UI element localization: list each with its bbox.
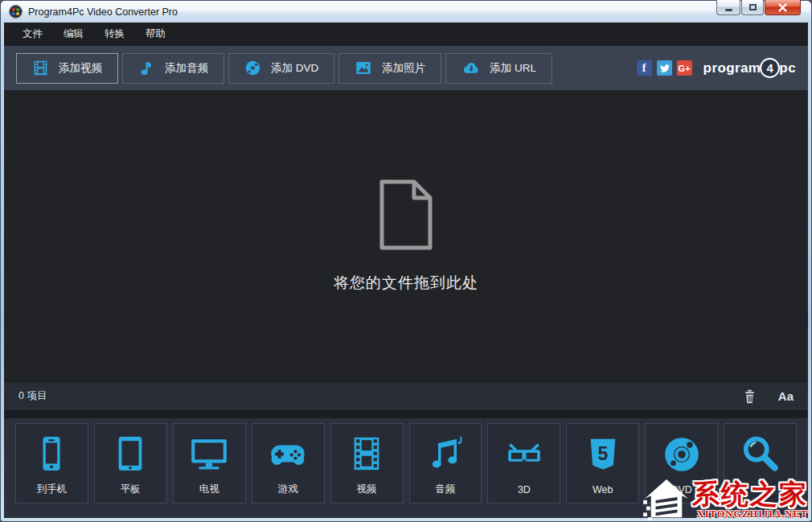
maximize-icon	[749, 4, 757, 10]
format-tile-web[interactable]: 5 Web	[566, 423, 639, 504]
twitter-bird-icon	[659, 63, 670, 73]
item-count: 0 项目	[18, 389, 47, 403]
font-size-icon: Aa	[778, 389, 794, 403]
add-photo-label: 添加照片	[382, 61, 425, 76]
logo-text-left: program	[703, 60, 761, 76]
format-label: 游戏	[278, 483, 298, 496]
music-icon	[426, 434, 465, 474]
format-label: 电视	[199, 483, 219, 496]
add-url-icon	[461, 60, 480, 76]
format-label: 到手机	[37, 483, 68, 496]
format-tile-video[interactable]: 视频	[330, 423, 404, 504]
titlebar: Program4Pc Video Converter Pro	[0, 0, 812, 23]
google-plus-icon[interactable]: G+	[677, 60, 692, 76]
twitter-icon[interactable]	[657, 60, 672, 76]
add-video-label: 添加视频	[59, 61, 102, 76]
menu-help[interactable]: 帮助	[135, 23, 176, 46]
output-format-bar: 到手机 平板	[4, 418, 808, 518]
format-tile-dvd[interactable]: DVD	[645, 423, 718, 504]
font-size-button[interactable]: Aa	[778, 389, 794, 403]
minimize-icon	[725, 9, 732, 11]
format-label: DVD	[671, 484, 692, 496]
logo-text-right: pc	[779, 60, 796, 76]
add-dvd-icon	[244, 60, 261, 76]
tablet-icon	[112, 434, 149, 474]
3d-glasses-icon	[503, 434, 545, 475]
format-label: 平板	[121, 483, 141, 496]
film-icon	[348, 434, 385, 474]
file-dropzone[interactable]: 将您的文件拖到此处	[4, 90, 808, 381]
format-tile-phone[interactable]: 到手机	[15, 423, 88, 504]
statusbar: 0 项目 Aa	[4, 381, 808, 410]
clear-list-button[interactable]	[744, 389, 756, 404]
add-photo-button[interactable]: 添加照片	[338, 53, 441, 84]
facebook-glyph: f	[642, 62, 646, 75]
google-plus-glyph: G+	[679, 64, 691, 73]
format-tile-audio[interactable]: 音频	[409, 423, 482, 504]
window-controls	[716, 0, 801, 15]
trash-icon	[744, 389, 756, 404]
menu-file[interactable]: 文件	[12, 23, 53, 46]
add-audio-label: 添加音频	[165, 61, 208, 76]
app-window: Program4Pc Video Converter Pro 文件 编辑 转换 …	[0, 0, 812, 522]
svg-text:5: 5	[597, 442, 608, 463]
format-label: 视频	[357, 483, 377, 496]
logo-circle-4: 4	[760, 58, 780, 78]
add-video-icon	[32, 60, 49, 76]
facebook-icon[interactable]: f	[637, 60, 652, 76]
panel-separator	[4, 410, 808, 418]
format-label: 3D	[518, 484, 531, 496]
html5-icon: 5	[584, 434, 621, 475]
add-audio-icon	[138, 60, 155, 76]
add-dvd-button[interactable]: 添加 DVD	[228, 53, 334, 84]
format-label: 音频	[435, 483, 455, 496]
add-url-button[interactable]: 添加 URL	[445, 53, 552, 84]
add-dvd-label: 添加 DVD	[271, 61, 318, 76]
add-photo-icon	[355, 60, 372, 76]
dvd-icon	[662, 434, 702, 475]
window-frame: 文件 编辑 转换 帮助 添加视频	[0, 23, 812, 522]
format-tile-search[interactable]	[724, 423, 797, 504]
add-audio-button[interactable]: 添加音频	[122, 53, 224, 84]
menu-convert[interactable]: 转换	[94, 23, 135, 46]
app-icon	[9, 5, 23, 18]
format-tile-tablet[interactable]: 平板	[94, 423, 167, 504]
program4pc-logo: program 4 pc	[703, 58, 796, 78]
add-video-button[interactable]: 添加视频	[16, 53, 118, 84]
maximize-button[interactable]	[741, 0, 764, 15]
dropzone-message: 将您的文件拖到此处	[334, 273, 478, 294]
file-icon	[375, 178, 437, 252]
add-url-label: 添加 URL	[490, 61, 536, 76]
close-icon	[778, 3, 787, 12]
window-content: 文件 编辑 转换 帮助 添加视频	[4, 23, 808, 518]
format-tile-3d[interactable]: 3D	[487, 423, 560, 504]
search-icon	[740, 434, 781, 475]
window-title: Program4Pc Video Converter Pro	[28, 6, 178, 18]
toolbar: 添加视频 添加音频	[4, 46, 808, 90]
minimize-button[interactable]	[716, 0, 740, 15]
format-tile-tv[interactable]: 电视	[173, 423, 246, 504]
format-tile-games[interactable]: 游戏	[252, 423, 325, 504]
close-button[interactable]	[765, 0, 801, 15]
tv-icon	[189, 434, 229, 474]
gamepad-icon	[268, 434, 308, 474]
menu-edit[interactable]: 编辑	[53, 23, 94, 46]
phone-icon	[33, 434, 70, 474]
menubar: 文件 编辑 转换 帮助	[4, 23, 808, 46]
format-label: Web	[593, 484, 613, 496]
